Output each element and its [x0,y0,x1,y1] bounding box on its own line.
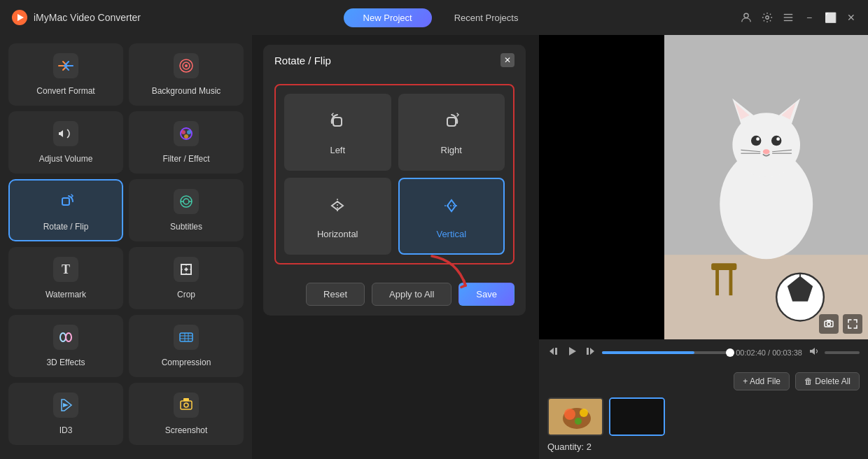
sidebar-item-background-music[interactable]: Background Music [129,43,244,106]
svg-point-81 [564,409,575,420]
quantity-display: Quantity: 2 [547,442,860,452]
flip-vertical-icon [439,193,464,223]
titlebar: iMyMac Video Converter New Project Recen… [0,0,868,35]
progress-bar[interactable] [602,351,730,354]
3d-effects-icon [53,325,78,353]
rotate-left-option[interactable]: Left [284,94,391,171]
sidebar-item-rotate-flip[interactable]: Rotate / Flip [8,179,123,241]
volume-bar[interactable] [825,351,860,354]
svg-point-59 [776,137,780,141]
app-title: iMyMac Video Converter [34,12,141,23]
sidebar-item-background-music-label: Background Music [152,86,221,96]
sidebar-item-watermark[interactable]: T Watermark [8,247,123,309]
menu-icon[interactable] [783,12,794,23]
flip-vertical-option[interactable]: Vertical [398,178,505,255]
window-controls: − ⬜ ✕ [741,12,857,23]
dialog-title: Rotate / Flip [274,55,331,66]
close-button[interactable]: ✕ [846,12,857,23]
svg-rect-44 [183,398,189,401]
svg-rect-42 [174,393,199,418]
video-black-area [539,35,664,339]
progress-fill [602,351,694,354]
rotate-options-grid: Left Right [274,84,514,264]
svg-point-11 [185,64,188,67]
svg-rect-12 [53,121,78,146]
sidebar-item-compression[interactable]: Compression [129,315,244,377]
svg-point-16 [187,130,191,134]
rotate-right-option[interactable]: Right [398,94,505,171]
svg-rect-46 [333,118,342,126]
svg-rect-75 [555,348,557,355]
file-thumbnails [547,397,860,436]
crop-icon [174,257,199,285]
svg-rect-69 [715,270,719,295]
screenshot-preview-button[interactable] [819,314,839,334]
reset-button[interactable]: Reset [306,283,365,306]
sidebar: Convert Format Background Music [0,35,252,459]
rotate-flip-icon [53,189,78,218]
sidebar-item-adjust-volume-label: Adjust Volume [39,154,93,164]
file-panel-header: + Add File 🗑 Delete All [547,372,860,390]
add-file-button[interactable]: + Add File [734,372,790,390]
svg-rect-68 [711,263,736,270]
sidebar-item-adjust-volume[interactable]: Adjust Volume [8,111,123,174]
new-project-tab[interactable]: New Project [344,8,432,27]
flip-horizontal-option[interactable]: Horizontal [284,178,391,255]
svg-rect-35 [174,325,199,350]
svg-rect-70 [729,270,732,295]
minimize-button[interactable]: − [804,12,815,23]
video-panel: 00:02:40 / 00:03:38 + Add File 🗑 Delete … [539,35,868,459]
svg-point-15 [181,130,186,134]
progress-thumb [726,348,734,357]
sidebar-item-crop[interactable]: Crop [129,247,244,309]
cat-illustration [664,35,868,339]
file-thumb-0[interactable] [547,397,603,436]
main-content: Convert Format Background Music [0,35,868,459]
skip-forward-button[interactable] [584,345,596,360]
svg-rect-78 [587,348,589,355]
svg-point-72 [827,323,831,326]
time-display: 00:02:40 / 00:03:38 [736,348,802,357]
maximize-button[interactable]: ⬜ [825,12,836,23]
sidebar-item-watermark-label: Watermark [46,290,86,299]
sidebar-item-crop-label: Crop [177,290,195,299]
sidebar-item-subtitles-label: Subtitles [170,222,202,232]
svg-point-57 [771,136,782,146]
dialog-body: Left Right [263,76,526,273]
thumb-food-image [549,399,602,435]
settings-icon[interactable] [762,12,773,23]
sidebar-item-filter-effect[interactable]: Filter / Effect [129,111,244,174]
user-icon[interactable] [741,12,752,23]
sidebar-item-convert-format[interactable]: Convert Format [8,43,123,106]
skip-back-button[interactable] [547,345,560,360]
svg-rect-20 [174,189,199,214]
svg-point-58 [756,137,760,141]
sidebar-item-3d-effects[interactable]: 3D Effects [8,315,123,377]
svg-rect-19 [62,198,69,205]
modal-area: Rotate / Flip ✕ Left [252,35,539,459]
rotate-right-icon [439,109,464,139]
svg-point-3 [766,16,769,19]
sidebar-item-screenshot[interactable]: Screenshot [129,383,244,445]
svg-marker-77 [590,348,594,355]
sidebar-item-subtitles[interactable]: Subtitles [129,179,244,241]
nav-tabs: New Project Recent Projects [344,8,538,27]
file-thumb-1[interactable] [609,397,665,436]
sidebar-item-id3[interactable]: ID3 [8,383,123,445]
play-button[interactable] [566,345,578,360]
dialog-close-button[interactable]: ✕ [500,53,514,67]
svg-point-56 [751,136,762,146]
svg-marker-74 [550,348,554,355]
fullscreen-preview-button[interactable] [843,314,862,334]
delete-all-button[interactable]: 🗑 Delete All [795,372,860,390]
screenshot-icon [174,393,199,421]
video-preview [539,35,868,339]
svg-point-82 [580,409,588,417]
preview-icons [819,314,862,334]
playback-bar: 00:02:40 / 00:03:38 [539,339,868,365]
convert-format-icon [53,53,78,82]
recent-projects-tab[interactable]: Recent Projects [435,8,538,27]
adjust-volume-icon [53,121,78,150]
app-logo [11,9,28,26]
dialog-footer: Reset Apply to All Save [263,273,526,316]
